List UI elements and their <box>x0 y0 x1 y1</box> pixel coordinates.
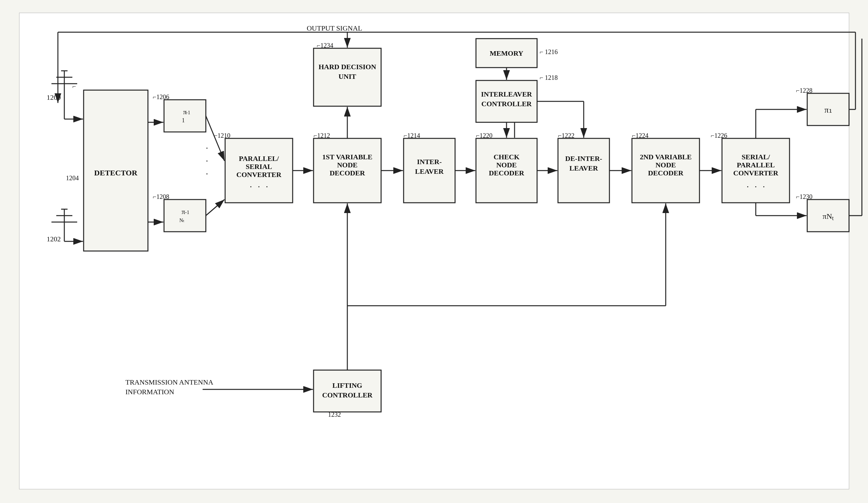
svg-text:NODE: NODE <box>337 161 358 169</box>
svg-text:·: · <box>747 182 749 192</box>
ref-1232: 1232 <box>328 411 341 418</box>
svg-text:·: · <box>206 169 208 179</box>
svg-text:PARALLEL: PARALLEL <box>737 161 775 169</box>
ref-1212: ⌐1212 <box>313 132 330 139</box>
transmission-antenna-label: TRANSMISSION ANTENNA <box>125 378 213 386</box>
svg-text:·: · <box>206 156 208 166</box>
svg-text:LEAVER: LEAVER <box>415 167 444 175</box>
ref-1234: ⌐1234 <box>317 42 333 49</box>
ref-1216: ⌐ 1216 <box>540 48 558 56</box>
parallel-serial-label: PARALLEL/ <box>239 154 279 162</box>
interleaver-ctrl-label: INTERLEAVER <box>481 90 533 98</box>
svg-text:NODE: NODE <box>496 161 517 169</box>
svg-text:·: · <box>258 182 260 192</box>
diagram-container: 1200 1202 DETECTOR 1204 ⌐ π -1 1 ⌐1206 π… <box>0 0 868 503</box>
interleaver-label: INTER- <box>417 158 442 166</box>
svg-text:NODE: NODE <box>655 161 676 169</box>
svg-text:1: 1 <box>182 117 185 123</box>
svg-text:DECODER: DECODER <box>330 169 365 177</box>
svg-text:-1: -1 <box>186 110 190 115</box>
svg-text:·: · <box>250 182 252 192</box>
svg-rect-16 <box>164 200 206 232</box>
svg-text:SERIAL: SERIAL <box>246 162 272 171</box>
deinterleaver-label: DE-INTER- <box>565 154 602 162</box>
ref-1230: ⌐1230 <box>796 193 812 200</box>
svg-text:⌐: ⌐ <box>72 83 76 90</box>
ref-1222: ⌐1222 <box>558 132 575 139</box>
ref-1208: ⌐1208 <box>153 193 169 200</box>
ref-1226: ⌐1226 <box>711 132 727 139</box>
svg-text:·: · <box>266 182 268 192</box>
ref-1218: ⌐ 1218 <box>540 74 558 81</box>
check-node-label: CHECK <box>494 153 520 161</box>
svg-text:CONTROLLER: CONTROLLER <box>322 391 373 399</box>
svg-rect-13 <box>164 100 206 132</box>
svg-text:CONTROLLER: CONTROLLER <box>482 100 532 108</box>
svg-text:INFORMATION: INFORMATION <box>125 388 174 396</box>
svg-text:DECODER: DECODER <box>648 169 684 177</box>
first-vnd-label: 1ST VARIABLE <box>322 153 372 161</box>
piNt-label: πNt <box>823 212 834 221</box>
lifting-ctrl-label: LIFTING <box>332 381 362 389</box>
detector-label: DETECTOR <box>94 169 138 177</box>
svg-text:·: · <box>206 143 208 153</box>
second-vnd-label: 2ND VARIABLE <box>640 153 691 161</box>
ref-1200: 1200 <box>46 93 61 101</box>
ref-1202: 1202 <box>46 235 61 243</box>
output-signal-label: OUTPUT SIGNAL <box>307 24 362 32</box>
ref-1220: ⌐1220 <box>476 132 492 139</box>
serial-parallel-label: SERIAL/ <box>742 153 770 161</box>
svg-text:CONVERTER: CONVERTER <box>236 171 282 179</box>
ref-1228: ⌐1228 <box>796 87 812 94</box>
ref-1210: ⌐1210 <box>214 132 230 139</box>
svg-text:·: · <box>755 182 757 192</box>
diagram-svg: 1200 1202 DETECTOR 1204 ⌐ π -1 1 ⌐1206 π… <box>0 0 868 503</box>
pi1-label: π₁ <box>824 105 831 114</box>
svg-text:Nₜ: Nₜ <box>179 218 185 223</box>
ref-1206: ⌐1206 <box>153 93 169 100</box>
hard-decision-label: HARD DECISION <box>318 63 376 71</box>
svg-text:·: · <box>763 182 765 192</box>
svg-text:UNIT: UNIT <box>338 72 356 80</box>
ref-1224: ⌐1224 <box>632 132 648 139</box>
svg-text:LEAVER: LEAVER <box>570 164 599 172</box>
ref-1204-label: 1204 <box>66 174 79 181</box>
memory-label: MEMORY <box>490 49 523 57</box>
ref-1214: ⌐1214 <box>404 132 420 139</box>
piNt-inv-label: π <box>182 208 185 215</box>
svg-text:DECODER: DECODER <box>489 169 525 177</box>
svg-text:-1: -1 <box>185 210 189 215</box>
svg-text:CONVERTER: CONVERTER <box>733 169 778 177</box>
